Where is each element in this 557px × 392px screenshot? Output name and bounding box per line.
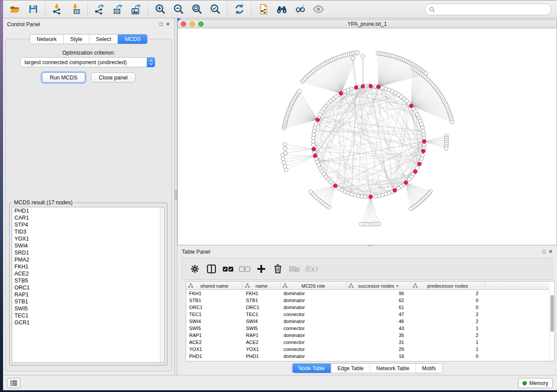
save-session-button[interactable] bbox=[24, 2, 42, 17]
export-network-button[interactable] bbox=[90, 2, 109, 17]
cell-predecessor-nodes: 0 bbox=[411, 297, 485, 304]
tab-edge-table[interactable]: Edge Table bbox=[331, 364, 370, 373]
float-panel-icon[interactable]: □ bbox=[160, 22, 163, 27]
show-all-button[interactable] bbox=[309, 2, 328, 17]
table-row[interactable]: ACE2ACE2connector311 bbox=[186, 339, 549, 346]
memory-button[interactable]: Memory bbox=[518, 378, 553, 388]
result-node-item[interactable]: TID3 bbox=[12, 228, 164, 235]
zoom-in-icon bbox=[155, 3, 166, 15]
splitter-handle[interactable] bbox=[175, 190, 177, 199]
first-neighbors-button[interactable] bbox=[273, 2, 291, 17]
table-row[interactable]: ORC1ORC1dominator610 bbox=[186, 304, 549, 311]
column-header-predecessor-nodes[interactable]: predecessor nodes bbox=[411, 282, 485, 290]
open-session-button[interactable] bbox=[6, 2, 24, 17]
table-row[interactable]: PHD1PHD1dominator180 bbox=[186, 353, 549, 360]
network-canvas-svg[interactable] bbox=[178, 28, 557, 245]
import-public-network-button[interactable] bbox=[254, 2, 273, 17]
select-all-button[interactable] bbox=[220, 261, 236, 277]
table-row[interactable]: RAP1RAP1dominator352 bbox=[186, 332, 549, 339]
table-options-button[interactable] bbox=[187, 261, 203, 277]
import-table-button[interactable] bbox=[66, 2, 85, 17]
result-node-item[interactable]: SRD1 bbox=[12, 249, 164, 256]
table-panel: Table Panel □ ✕ bbox=[177, 246, 557, 375]
result-node-item[interactable]: RAP1 bbox=[12, 291, 164, 298]
close-panel-button[interactable]: Close panel bbox=[91, 72, 135, 83]
table-scrollbar-thumb[interactable] bbox=[550, 295, 554, 332]
cell-name: TEC1 bbox=[243, 311, 280, 318]
table-header-row: shared namenameMCDS rolesuccessor nodes▾… bbox=[186, 282, 549, 290]
column-header-successor-nodes[interactable]: successor nodes▾ bbox=[346, 282, 411, 290]
import-network-button[interactable] bbox=[48, 2, 66, 17]
function-builder-button[interactable]: f(x) bbox=[303, 261, 319, 277]
run-mcds-button[interactable]: Run MCDS bbox=[42, 72, 85, 83]
table-row[interactable]: STB1STB1dominator620 bbox=[186, 297, 549, 304]
close-table-panel-icon[interactable]: ✕ bbox=[549, 249, 553, 254]
cell-mcds-role: dominator bbox=[280, 318, 346, 325]
mcds-tab-content: Optimization criterion: largest connecte… bbox=[5, 39, 172, 371]
result-node-item[interactable]: GCR1 bbox=[12, 319, 164, 326]
result-node-item[interactable]: PHD1 bbox=[12, 207, 164, 214]
vertical-splitter[interactable] bbox=[174, 18, 177, 375]
show-panel-list-button[interactable] bbox=[7, 378, 21, 388]
table-scrollbar[interactable] bbox=[549, 290, 554, 361]
result-node-item[interactable]: ACE2 bbox=[12, 270, 164, 277]
deselect-all-button[interactable] bbox=[236, 261, 253, 277]
table-row[interactable]: SWI5SWI5connector431 bbox=[186, 325, 549, 332]
tab-style[interactable]: Style bbox=[64, 34, 90, 44]
result-list-scrollbar[interactable] bbox=[160, 207, 164, 362]
table-row[interactable]: FKH1FKH1dominator962 bbox=[186, 290, 549, 297]
column-header-mcds-role[interactable]: MCDS role bbox=[280, 282, 346, 290]
result-node-item[interactable]: PMA2 bbox=[12, 256, 164, 263]
hide-selected-button[interactable] bbox=[291, 2, 309, 17]
cell-successor-nodes: 35 bbox=[346, 332, 411, 339]
column-header-shared-name[interactable]: shared name bbox=[186, 282, 243, 290]
column-header-name[interactable]: name bbox=[243, 282, 280, 290]
result-node-item[interactable]: FKH1 bbox=[12, 263, 164, 270]
result-node-item[interactable]: CAR1 bbox=[12, 214, 164, 221]
export-image-button[interactable] bbox=[127, 2, 145, 17]
delete-table-button[interactable] bbox=[286, 261, 303, 277]
export-table-button[interactable] bbox=[109, 2, 127, 17]
tab-select[interactable]: Select bbox=[90, 34, 118, 44]
table-row[interactable]: SWI4SWI4dominator462 bbox=[186, 318, 549, 325]
float-table-panel-icon[interactable]: □ bbox=[543, 249, 546, 254]
table-row[interactable]: YOX1YOX1connector291 bbox=[186, 346, 549, 353]
public-network-document-icon bbox=[258, 3, 269, 15]
criterion-select[interactable]: largest connected component (undirected) bbox=[20, 57, 155, 67]
floppy-save-icon bbox=[28, 4, 38, 14]
add-column-button[interactable] bbox=[253, 261, 270, 277]
zoom-in-button[interactable] bbox=[151, 2, 170, 17]
zoom-out-button[interactable] bbox=[170, 2, 188, 17]
zoom-selected-button[interactable] bbox=[206, 2, 225, 17]
result-node-item[interactable]: SWI4 bbox=[12, 242, 164, 249]
result-node-item[interactable]: SWI5 bbox=[12, 305, 164, 312]
result-node-item[interactable]: TEC1 bbox=[12, 312, 164, 319]
attribute-type-icon bbox=[188, 283, 193, 288]
control-panel-tabs: NetworkStyleSelectMCDS bbox=[30, 34, 148, 44]
result-node-item[interactable]: ORC1 bbox=[12, 284, 164, 291]
result-node-item[interactable]: STB1 bbox=[12, 298, 164, 305]
show-column-panel-button[interactable] bbox=[203, 261, 220, 277]
refresh-layout-button[interactable] bbox=[230, 2, 249, 17]
network-window-titlebar[interactable]: YPA_prune.txt_1 bbox=[178, 20, 557, 28]
result-node-item[interactable]: YOX1 bbox=[12, 235, 164, 242]
result-node-item[interactable]: STP4 bbox=[12, 221, 164, 228]
tab-motifs[interactable]: Motifs bbox=[416, 364, 442, 373]
cell-mcds-role: dominator bbox=[280, 353, 346, 360]
tab-network-table[interactable]: Network Table bbox=[370, 364, 416, 373]
cell-successor-nodes: 96 bbox=[346, 290, 411, 297]
toolbar-search-field[interactable] bbox=[425, 3, 551, 15]
attribute-type-icon bbox=[349, 283, 353, 288]
zoom-fit-button[interactable] bbox=[188, 2, 206, 17]
search-input[interactable] bbox=[435, 5, 551, 14]
table-row[interactable]: TEC1TEC1connector472 bbox=[186, 311, 549, 318]
tab-node-table[interactable]: Node Table bbox=[292, 364, 332, 373]
close-panel-icon[interactable]: ✕ bbox=[166, 22, 170, 27]
cell-shared-name: STB1 bbox=[186, 297, 243, 304]
tab-network[interactable]: Network bbox=[30, 34, 64, 44]
result-node-item[interactable]: STB5 bbox=[12, 277, 164, 284]
tab-mcds[interactable]: MCDS bbox=[118, 34, 147, 44]
network-canvas[interactable] bbox=[178, 28, 557, 245]
cell-shared-name: PHD1 bbox=[186, 353, 243, 360]
delete-column-button[interactable] bbox=[270, 261, 286, 277]
